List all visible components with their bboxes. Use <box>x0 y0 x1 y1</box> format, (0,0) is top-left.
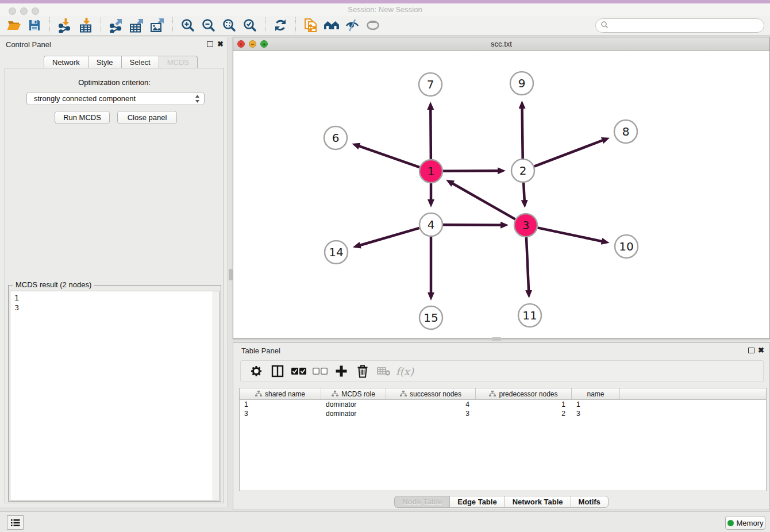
zoom-out-icon[interactable] <box>198 17 219 34</box>
mcds-result-title: MCDS result (2 nodes) <box>13 280 94 289</box>
memory-label: Memory <box>737 519 764 527</box>
float-table-panel-icon[interactable] <box>748 348 754 353</box>
graph-edge-3-10[interactable] <box>538 228 602 241</box>
result-line: 3 <box>14 303 219 313</box>
control-panel-header: Control Panel ✖ <box>0 37 228 52</box>
delete-table-icon-disabled <box>373 362 394 380</box>
control-panel-tabs: Network Style Select MCDS <box>44 56 198 68</box>
tab-style[interactable]: Style <box>88 56 121 68</box>
tab-network-table[interactable]: Network Table <box>505 496 571 508</box>
window-title: Session: New Session <box>0 5 770 14</box>
export-table-icon[interactable] <box>126 17 147 34</box>
hide-graphics-details-icon[interactable] <box>342 17 363 34</box>
open-folder-icon[interactable] <box>3 17 24 34</box>
cell-predecessor-nodes[interactable]: 2 <box>476 409 572 418</box>
cell-name[interactable]: 1 <box>572 400 620 409</box>
toggle-column-icon[interactable] <box>267 362 288 380</box>
column-header-successor-nodes[interactable]: successor nodes <box>386 388 476 399</box>
settings-gear-icon[interactable] <box>245 362 267 380</box>
close-panel-button[interactable]: Close panel <box>117 111 177 124</box>
graph-edge-2-8[interactable] <box>534 140 603 166</box>
tab-edge-table[interactable]: Edge Table <box>449 496 504 508</box>
list-icon <box>11 519 20 527</box>
add-column-icon[interactable] <box>330 362 352 380</box>
run-mcds-button[interactable]: Run MCDS <box>55 111 110 124</box>
search-icon <box>600 21 609 31</box>
cell-mcds-role[interactable]: dominator <box>321 400 386 409</box>
vertical-splitter-handle[interactable] <box>229 269 233 280</box>
graph-edge-2-3[interactable] <box>523 183 525 201</box>
memory-button[interactable]: Memory <box>725 516 765 530</box>
graph-edge-4-3[interactable] <box>443 225 501 225</box>
hierarchy-icon <box>255 391 262 397</box>
cell-name[interactable]: 3 <box>572 409 620 418</box>
import-table-icon[interactable] <box>75 17 96 34</box>
delete-column-icon[interactable] <box>352 362 373 380</box>
result-line: 1 <box>14 293 219 303</box>
tab-select[interactable]: Select <box>121 56 159 68</box>
export-image-icon[interactable] <box>147 17 168 34</box>
graph-edge-3-1[interactable] <box>452 183 515 219</box>
graph-node-label: 6 <box>332 131 340 145</box>
mcds-result-list[interactable]: 1 3 <box>10 291 220 500</box>
table-toolbar: f(x) <box>240 360 764 382</box>
cell-predecessor-nodes[interactable]: 1 <box>476 400 572 409</box>
graph-edge-3-11[interactable] <box>526 237 529 291</box>
toolbar-separator <box>172 17 173 33</box>
column-header-predecessor-nodes[interactable]: predecessor nodes <box>476 388 572 399</box>
close-table-panel-icon[interactable]: ✖ <box>758 346 764 354</box>
select-all-checkboxes-icon[interactable] <box>288 362 309 380</box>
save-session-icon[interactable] <box>24 17 45 34</box>
column-header-shared-name[interactable]: shared name <box>240 388 321 399</box>
control-panel: Control Panel ✖ Network Style Select MCD… <box>0 37 228 507</box>
optimization-criterion-select[interactable]: strongly connected component <box>26 92 205 105</box>
zoom-in-icon[interactable] <box>178 17 198 34</box>
node-table[interactable]: shared name MCDS role successor nodes pr… <box>239 388 767 491</box>
graph-edge-1-2[interactable] <box>443 171 498 171</box>
table-row[interactable]: 3 dominator 3 2 3 <box>240 409 766 418</box>
result-scrollbar[interactable] <box>213 291 219 500</box>
graph-node-label: 3 <box>522 218 530 232</box>
search-input[interactable] <box>609 21 752 30</box>
network-canvas[interactable]: 7968124314101511 <box>233 51 769 338</box>
status-bar: Memory <box>0 511 770 532</box>
table-panel-title: Table Panel <box>241 346 280 355</box>
tab-node-table[interactable]: Node Table <box>394 496 449 508</box>
tab-mcds[interactable]: MCDS <box>159 56 198 68</box>
network-window-title: scc.txt <box>233 40 769 48</box>
refresh-icon[interactable] <box>270 17 291 34</box>
graph-node-label: 2 <box>519 164 527 178</box>
memory-status-icon <box>727 520 734 526</box>
column-header-name[interactable]: name <box>572 388 620 399</box>
import-network-icon[interactable] <box>55 17 75 34</box>
zoom-selected-icon[interactable] <box>240 17 260 34</box>
graph-node-label: 11 <box>522 309 537 322</box>
graph-edge-1-7[interactable] <box>430 109 431 159</box>
deselect-all-checkboxes-icon[interactable] <box>309 362 330 380</box>
graph-node-label: 15 <box>424 311 438 325</box>
graph-edge-2-9[interactable] <box>522 108 523 159</box>
duplicate-network-icon[interactable] <box>301 17 321 34</box>
tab-motifs[interactable]: Motifs <box>571 496 609 508</box>
network-window-titlebar[interactable]: ✕ − ＋ scc.txt <box>233 37 769 51</box>
cell-successor-nodes[interactable]: 4 <box>386 400 476 409</box>
float-panel-icon[interactable] <box>207 41 213 47</box>
cell-mcds-role[interactable]: dominator <box>321 409 386 418</box>
tab-network[interactable]: Network <box>44 56 88 68</box>
graph-edge-4-14[interactable] <box>360 228 419 245</box>
export-network-icon[interactable] <box>106 17 126 34</box>
close-panel-icon[interactable]: ✖ <box>217 40 224 48</box>
cell-shared-name[interactable]: 3 <box>240 409 321 418</box>
cell-successor-nodes[interactable]: 3 <box>386 409 476 418</box>
horizontal-splitter-handle[interactable] <box>491 337 502 341</box>
table-row[interactable]: 1 dominator 4 1 1 <box>240 400 766 409</box>
task-history-button[interactable] <box>7 515 24 530</box>
birds-eye-view-icon[interactable] <box>363 17 383 34</box>
zoom-fit-icon[interactable] <box>219 17 240 34</box>
cell-shared-name[interactable]: 1 <box>240 400 321 409</box>
mcds-tab-pane: Optimization criterion: strongly connect… <box>5 68 224 503</box>
table-panel-header: Table Panel ✖ <box>233 343 769 358</box>
show-all-networks-icon[interactable] <box>321 17 342 34</box>
column-header-mcds-role[interactable]: MCDS role <box>321 388 386 399</box>
graph-edge-1-6[interactable] <box>359 146 420 167</box>
